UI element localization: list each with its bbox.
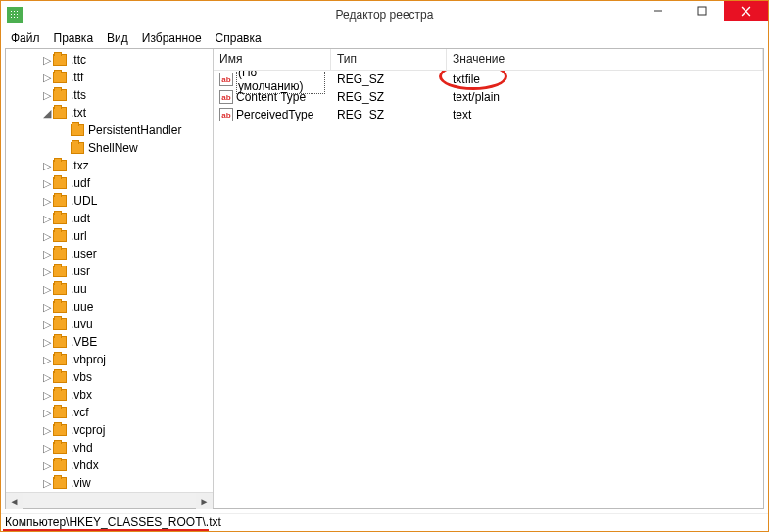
maximize-button[interactable]: [680, 1, 724, 21]
cell-type: REG_SZ: [331, 90, 447, 104]
menu-edit[interactable]: Правка: [48, 29, 100, 47]
close-button[interactable]: [724, 1, 768, 21]
folder-icon: [53, 248, 67, 260]
value-row[interactable]: ab(По умолчанию)REG_SZtxtfile: [214, 71, 763, 88]
value-row[interactable]: abContent TypeREG_SZtext/plain: [214, 88, 763, 106]
tree-node[interactable]: ▷.url: [6, 227, 213, 245]
expand-toggle-icon[interactable]: ▷: [41, 160, 53, 172]
tree-node[interactable]: ShellNew: [6, 139, 213, 157]
expand-toggle-icon[interactable]: ▷: [41, 54, 53, 67]
expand-toggle-icon[interactable]: ▷: [41, 301, 53, 314]
tree-node[interactable]: ▷.udt: [6, 210, 213, 227]
folder-icon: [53, 459, 67, 471]
titlebar[interactable]: Редактор реестра: [1, 1, 768, 28]
tree-node[interactable]: ▷.vbx: [6, 386, 213, 404]
column-header-value[interactable]: Значение: [447, 49, 763, 70]
expand-toggle-icon[interactable]: ▷: [41, 459, 53, 472]
expand-toggle-icon[interactable]: ▷: [41, 424, 53, 437]
values-pane: Имя Тип Значение ab(По умолчанию)REG_SZt…: [214, 49, 763, 508]
tree-node[interactable]: ▷.vcf: [6, 404, 213, 421]
string-value-icon: ab: [219, 108, 233, 121]
tree-horizontal-scrollbar[interactable]: ◄ ►: [6, 492, 213, 508]
folder-icon: [53, 283, 67, 295]
menu-view[interactable]: Вид: [101, 29, 134, 47]
tree-node-label: .user: [71, 247, 97, 261]
tree-node-label: .vcproj: [71, 423, 105, 437]
tree-node-label: .ttc: [71, 53, 86, 67]
folder-icon: [53, 407, 67, 418]
cell-name: abPerceivedType: [214, 108, 331, 121]
expand-toggle-icon[interactable]: ▷: [41, 442, 53, 455]
tree-node[interactable]: ▷.uvu: [6, 315, 213, 333]
value-name: Content Type: [236, 90, 306, 104]
tree-node[interactable]: ▷.vhdx: [6, 457, 213, 474]
menu-help[interactable]: Справка: [210, 29, 267, 47]
tree-node[interactable]: ▷.vbproj: [6, 351, 213, 368]
menu-favorites[interactable]: Избранное: [136, 29, 208, 47]
expand-toggle-icon[interactable]: ▷: [41, 354, 53, 366]
tree-node[interactable]: ▷.uue: [6, 298, 213, 315]
folder-icon: [53, 442, 67, 454]
string-value-icon: ab: [219, 73, 233, 86]
scroll-left-arrow[interactable]: ◄: [6, 493, 23, 509]
expand-toggle-icon[interactable]: ▷: [41, 407, 53, 419]
expand-toggle-icon[interactable]: ▷: [41, 266, 53, 278]
tree-node-label: .viw: [71, 476, 91, 490]
cell-type: REG_SZ: [331, 73, 447, 86]
expand-toggle-icon[interactable]: ▷: [41, 230, 53, 243]
tree-node[interactable]: ▷.UDL: [6, 192, 213, 210]
expand-toggle-icon[interactable]: ▷: [41, 283, 53, 296]
folder-icon: [53, 266, 67, 277]
expand-toggle-icon[interactable]: ▷: [41, 371, 53, 384]
column-header-type[interactable]: Тип: [331, 49, 447, 70]
expand-toggle-icon[interactable]: ▷: [41, 89, 53, 102]
scroll-right-arrow[interactable]: ►: [196, 493, 213, 509]
tree-node[interactable]: ▷.udf: [6, 174, 213, 192]
tree-node-label: .udf: [71, 176, 90, 190]
expand-toggle-icon[interactable]: ▷: [41, 248, 53, 261]
folder-icon: [71, 142, 84, 154]
tree-node[interactable]: ▷.ttf: [6, 69, 213, 86]
tree-node[interactable]: PersistentHandler: [6, 121, 213, 139]
tree-node-label: .udt: [71, 212, 90, 225]
tree-node-label: .vhdx: [71, 459, 99, 472]
tree-node[interactable]: ▷.VBE: [6, 333, 213, 351]
tree-node[interactable]: ▷.usr: [6, 263, 213, 280]
list-body[interactable]: ab(По умолчанию)REG_SZtxtfileabContent T…: [214, 71, 763, 508]
tree-node[interactable]: ▷.user: [6, 245, 213, 263]
value-row[interactable]: abPerceivedTypeREG_SZtext: [214, 106, 763, 123]
split-panes: ▷.ttc▷.ttf▷.tts◢.txtPersistentHandlerShe…: [6, 49, 763, 508]
expand-toggle-icon[interactable]: ▷: [41, 389, 53, 402]
expand-toggle-icon[interactable]: ▷: [41, 72, 53, 84]
tree-node-label: PersistentHandler: [88, 123, 181, 137]
folder-icon: [53, 195, 67, 207]
menu-file[interactable]: Файл: [5, 29, 46, 47]
expand-toggle-icon[interactable]: ▷: [41, 336, 53, 349]
folder-icon: [53, 107, 67, 119]
expand-toggle-icon[interactable]: ▷: [41, 477, 53, 490]
tree-node[interactable]: ▷.vhd: [6, 439, 213, 457]
tree-node[interactable]: ◢.txt: [6, 104, 213, 121]
tree-node[interactable]: ▷.vcproj: [6, 421, 213, 439]
tree-view[interactable]: ▷.ttc▷.ttf▷.tts◢.txtPersistentHandlerShe…: [6, 49, 213, 492]
tree-node[interactable]: ▷.viw: [6, 474, 213, 492]
cell-value: txtfile: [447, 73, 763, 86]
string-value-icon: ab: [219, 90, 233, 104]
folder-icon: [53, 230, 67, 242]
tree-node[interactable]: ▷.txz: [6, 157, 213, 174]
tree-node[interactable]: ▷.uu: [6, 280, 213, 298]
tree-node-label: .vbproj: [71, 353, 106, 366]
expand-toggle-icon[interactable]: ▷: [41, 195, 53, 208]
tree-node-label: .url: [71, 229, 87, 243]
tree-node[interactable]: ▷.vbs: [6, 368, 213, 386]
expand-toggle-icon[interactable]: ▷: [41, 318, 53, 331]
tree-node-label: .vcf: [71, 406, 89, 419]
expand-toggle-icon[interactable]: ◢: [41, 107, 53, 120]
tree-node[interactable]: ▷.ttc: [6, 51, 213, 69]
expand-toggle-icon[interactable]: ▷: [41, 213, 53, 225]
expand-toggle-icon[interactable]: ▷: [41, 177, 53, 190]
tree-node[interactable]: ▷.tts: [6, 86, 213, 104]
column-header-name[interactable]: Имя: [214, 49, 331, 70]
minimize-button[interactable]: [636, 1, 680, 21]
folder-icon: [53, 213, 67, 224]
